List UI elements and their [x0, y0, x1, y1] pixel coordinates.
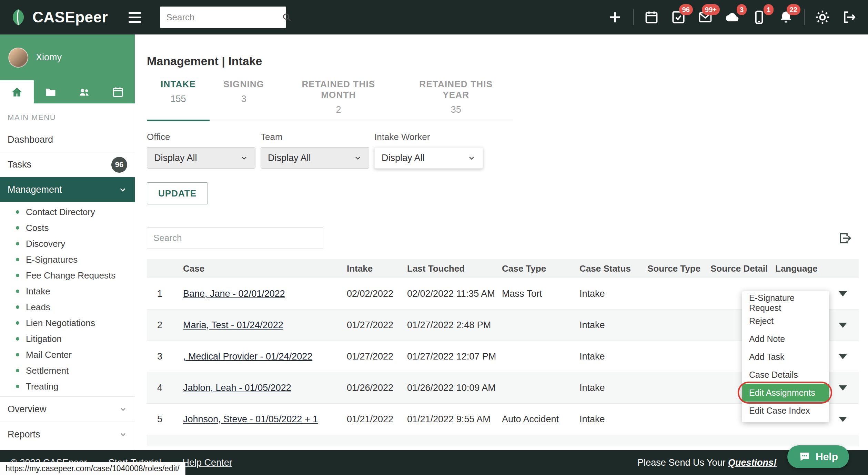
sidebar-item-tasks[interactable]: Tasks 96 — [0, 152, 135, 177]
case-link[interactable]: , Medical Provider - 01/24/2022 — [183, 351, 312, 362]
footer-message-emphasis[interactable]: Questions! — [728, 457, 777, 468]
submenu-label: Litigation — [26, 334, 62, 344]
row-actions-dropdown-icon[interactable] — [839, 417, 847, 422]
tab-signing[interactable]: SIGNING 3 — [210, 79, 278, 121]
bullet-icon — [16, 258, 19, 261]
sidebar-item-reports[interactable]: Reports — [0, 422, 135, 447]
header-icons: 96 99+ 3 1 22 — [606, 8, 858, 26]
sidebar-item-contact-directory[interactable]: Contact Directory — [0, 204, 135, 220]
footer-message: Please Send Us Your Questions! — [637, 457, 777, 468]
menu-item-e-signature-request[interactable]: E-Signature Request — [742, 294, 829, 312]
menu-item-add-note[interactable]: Add Note — [742, 330, 829, 348]
calendar-icon[interactable] — [643, 8, 660, 26]
menu-item-reject[interactable]: Reject — [742, 312, 829, 330]
menu-item-edit-case-index[interactable]: Edit Case Index — [742, 402, 829, 420]
help-button-label: Help — [816, 451, 838, 463]
bullet-icon — [16, 290, 19, 293]
intake-date: 01/26/2022 — [347, 383, 407, 393]
casepeer-logo[interactable]: CASEpeer — [9, 8, 108, 27]
case-link[interactable]: Jablon, Leah - 01/05/2022 — [183, 383, 291, 393]
sidebar-item-settlement[interactable]: Settlement — [0, 363, 135, 378]
column-header-case: Case — [183, 263, 347, 274]
sidebar-item-e-signatures[interactable]: E-Signatures — [0, 252, 135, 267]
intake-worker-filter-select[interactable]: Display All — [374, 147, 483, 169]
row-actions-dropdown-icon[interactable] — [839, 354, 847, 359]
sidebar-tab-home[interactable] — [0, 80, 34, 103]
sidebar-item-litigation[interactable]: Litigation — [0, 331, 135, 347]
sidebar-item-lien-negotiations[interactable]: Lien Negotiations — [0, 315, 135, 331]
search-icon[interactable] — [282, 12, 292, 22]
filters: Office Display All Team Display All Inta… — [147, 132, 858, 169]
sidebar-item-leads[interactable]: Leads — [0, 299, 135, 315]
sidebar-item-mail-center[interactable]: Mail Center — [0, 347, 135, 363]
phone-icon[interactable]: 1 — [750, 8, 768, 26]
submenu-label: Lien Negotiations — [26, 318, 95, 329]
notifications-badge: 22 — [787, 4, 800, 15]
row-actions-dropdown-icon[interactable] — [839, 323, 847, 328]
global-search — [160, 7, 286, 28]
column-header-source-detail: Source Detail — [710, 263, 775, 274]
sidebar-item-fee-change-requests[interactable]: Fee Change Requests — [0, 267, 135, 283]
notifications-icon[interactable]: 22 — [777, 8, 795, 26]
tab-count: 155 — [161, 94, 196, 104]
team-filter-select[interactable]: Display All — [261, 147, 369, 169]
header-divider — [633, 9, 634, 25]
sidebar-tab-contacts[interactable] — [68, 80, 101, 103]
sidebar-item-intake[interactable]: Intake — [0, 283, 135, 299]
logout-icon[interactable] — [840, 8, 858, 26]
column-header-source-type: Source Type — [647, 263, 710, 274]
intake-date: 01/27/2022 — [347, 320, 407, 331]
case-status: Intake — [579, 289, 647, 299]
case-link[interactable]: Bane, Jane - 02/01/2022 — [183, 289, 285, 299]
tab-label: SIGNING — [223, 79, 264, 90]
sidebar-item-label: Tasks — [8, 159, 31, 170]
export-icon[interactable] — [838, 231, 852, 245]
menu-item-add-task[interactable]: Add Task — [742, 348, 829, 366]
hamburger-menu-icon[interactable] — [129, 12, 141, 23]
case-link[interactable]: Maria, Test - 01/24/2022 — [183, 320, 283, 330]
office-filter-select[interactable]: Display All — [147, 147, 255, 169]
sidebar-item-costs[interactable]: Costs — [0, 220, 135, 236]
column-header-intake: Intake — [347, 263, 407, 274]
cloud-icon[interactable]: 3 — [723, 8, 741, 26]
submenu-label: Intake — [26, 286, 50, 297]
row-number: 3 — [147, 351, 183, 362]
tab-retained-this-year[interactable]: RETAINED THIS YEAR 35 — [399, 79, 513, 121]
table-header-row: Case Intake Last Touched Case Type Case … — [147, 259, 859, 278]
intake-date: 01/27/2022 — [347, 351, 407, 362]
home-icon — [11, 86, 23, 98]
team-filter-label: Team — [261, 132, 369, 142]
tab-intake[interactable]: INTAKE 155 — [147, 79, 210, 121]
column-header-last-touched: Last Touched — [407, 263, 502, 274]
tab-retained-this-month[interactable]: RETAINED THIS MONTH 2 — [278, 79, 399, 121]
sidebar-item-dashboard[interactable]: Dashboard — [0, 128, 135, 152]
add-icon[interactable] — [606, 8, 624, 26]
menu-item-case-details[interactable]: Case Details — [742, 366, 829, 384]
calendar-icon — [112, 86, 124, 98]
main-menu-label: MAIN MENU — [0, 103, 135, 128]
case-status: Intake — [579, 351, 647, 362]
case-link[interactable]: Johnson, Steve - 01/05/2022 + 1 — [183, 414, 318, 424]
help-center-link[interactable]: Help Center — [183, 457, 232, 468]
case-status: Intake — [579, 414, 647, 425]
sidebar-tab-cases[interactable] — [34, 80, 68, 103]
intake-date: 01/21/2022 — [347, 414, 407, 425]
table-search-input[interactable] — [147, 227, 323, 249]
settings-icon[interactable] — [814, 8, 831, 26]
row-actions-dropdown-icon[interactable] — [839, 291, 847, 296]
tasks-icon[interactable]: 96 — [669, 8, 687, 26]
sidebar-tab-calendar[interactable] — [101, 80, 135, 103]
mail-icon[interactable]: 99+ — [696, 8, 714, 26]
chevron-down-icon — [119, 405, 127, 413]
sidebar-item-discovery[interactable]: Discovery — [0, 236, 135, 252]
update-button[interactable]: UPDATE — [147, 182, 208, 204]
user-avatar[interactable] — [8, 48, 28, 68]
menu-item-edit-assignments[interactable]: Edit Assignments — [742, 384, 829, 402]
sidebar-item-management[interactable]: Management — [0, 177, 135, 202]
submenu-label: Mail Center — [26, 350, 72, 360]
row-actions-dropdown-icon[interactable] — [839, 385, 847, 391]
sidebar-item-overview[interactable]: Overview — [0, 396, 135, 422]
global-search-input[interactable] — [160, 12, 282, 23]
help-button[interactable]: Help — [787, 445, 849, 468]
sidebar-item-treating[interactable]: Treating — [0, 378, 135, 394]
